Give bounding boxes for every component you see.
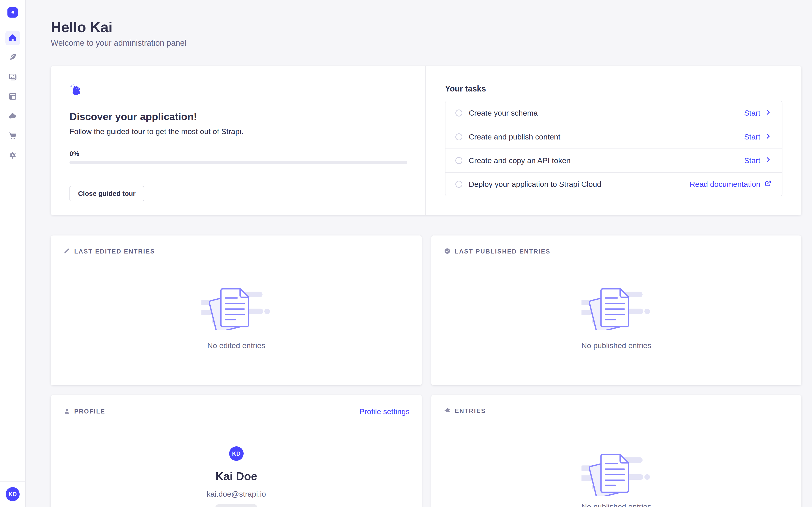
task-radio[interactable]: [455, 133, 462, 140]
tasks-heading: Your tasks: [445, 84, 782, 94]
close-guided-tour-button[interactable]: Close guided tour: [69, 186, 144, 201]
chevron-right-icon: [764, 132, 772, 142]
external-link-icon: [764, 179, 772, 189]
sidebar-item-cloud[interactable]: [5, 109, 20, 124]
media-library-icon: [8, 72, 17, 82]
task-radio[interactable]: [455, 157, 462, 164]
feather-icon: [8, 53, 17, 63]
sidebar-item-content-type-builder[interactable]: [5, 90, 20, 104]
entries-card: ENTRIES No published entries: [431, 395, 801, 507]
task-label: Create your schema: [469, 109, 538, 117]
marketplace-cart-icon: [8, 131, 17, 141]
task-read-documentation-link[interactable]: Read documentation: [690, 179, 772, 189]
empty-state: No edited entries: [51, 286, 422, 350]
sidebar-item-media-library[interactable]: [5, 70, 20, 84]
empty-state-caption: No published entries: [581, 502, 651, 507]
sidebar: KD: [0, 0, 26, 507]
documents-illustration: [201, 286, 271, 330]
sidebar-item-home[interactable]: [5, 31, 20, 45]
widget-header: LAST EDITED ENTRIES: [63, 248, 410, 255]
guided-tour-title: Discover your application!: [69, 111, 407, 123]
empty-state: No published entries: [431, 452, 801, 507]
profile-email: kai.doe@strapi.io: [207, 490, 266, 498]
task-action-label: Read documentation: [690, 180, 760, 188]
widget-header: PROFILE Profile settings: [63, 407, 410, 416]
task-action-label: Start: [744, 132, 760, 141]
strapi-logo[interactable]: [7, 7, 18, 17]
empty-state: No published entries: [431, 286, 801, 350]
profile-name: Kai Doe: [215, 470, 257, 483]
tasks-section: Your tasks Create your schema Start Crea…: [426, 66, 801, 215]
content-type-builder-icon: [8, 92, 17, 102]
task-label: Deploy your application to Strapi Cloud: [469, 180, 601, 188]
task-label: Create and publish content: [469, 132, 560, 141]
widget-title: LAST PUBLISHED ENTRIES: [455, 248, 551, 255]
guided-tour-description: Follow the guided tour to get the most o…: [69, 127, 407, 136]
guided-tour-card: Discover your application! Follow the gu…: [51, 66, 801, 215]
sidebar-divider-top: [0, 26, 25, 26]
task-start-link[interactable]: Start: [744, 108, 772, 118]
profile-settings-link[interactable]: Profile settings: [359, 407, 410, 416]
widget-header: LAST PUBLISHED ENTRIES: [444, 248, 789, 255]
documents-illustration: [581, 452, 651, 496]
widget-title: ENTRIES: [455, 408, 486, 414]
pencil-icon: [63, 248, 70, 255]
task-label: Create and copy an API token: [469, 156, 571, 165]
profile-role-badge: [215, 504, 258, 507]
widget-header: ENTRIES: [444, 407, 789, 415]
task-row-create-schema[interactable]: Create your schema Start: [446, 101, 782, 125]
sidebar-user-avatar[interactable]: KD: [6, 487, 19, 501]
cloud-icon: [8, 112, 17, 121]
last-edited-entries-card: LAST EDITED ENTRIES No edited entries: [51, 235, 422, 385]
user-icon: [63, 408, 70, 415]
home-icon: [8, 33, 17, 43]
tasks-list: Create your schema Start Create and publ…: [445, 101, 782, 196]
last-published-entries-card: LAST PUBLISHED ENTRIES No published entr…: [431, 235, 801, 385]
progress-bar: [69, 161, 407, 164]
profile-card: PROFILE Profile settings KD Kai Doe kai.…: [51, 395, 422, 507]
page-title: Hello Kai: [51, 19, 112, 36]
sidebar-divider-bottom: [0, 481, 25, 482]
empty-state-caption: No published entries: [581, 341, 651, 350]
chevron-right-icon: [764, 156, 772, 166]
sidebar-item-settings[interactable]: [5, 149, 20, 163]
task-radio[interactable]: [455, 110, 462, 116]
guided-tour-section: Discover your application! Follow the gu…: [51, 66, 426, 215]
task-action-label: Start: [744, 109, 760, 117]
task-row-api-token[interactable]: Create and copy an API token Start: [446, 149, 782, 172]
widget-title: PROFILE: [74, 408, 105, 415]
chevron-right-icon: [764, 108, 772, 118]
waving-hand-icon: [69, 84, 407, 99]
progress-percent-label: 0%: [69, 150, 407, 158]
task-start-link[interactable]: Start: [744, 156, 772, 166]
task-radio[interactable]: [455, 181, 462, 188]
puzzle-icon: [444, 407, 451, 415]
task-row-publish-content[interactable]: Create and publish content Start: [446, 125, 782, 149]
sidebar-item-content-manager[interactable]: [5, 51, 20, 65]
documents-illustration: [581, 286, 651, 330]
task-start-link[interactable]: Start: [744, 132, 772, 142]
profile-body: KD Kai Doe kai.doe@strapi.io: [51, 446, 422, 507]
empty-state-caption: No edited entries: [207, 341, 265, 350]
task-action-label: Start: [744, 156, 760, 165]
profile-avatar: KD: [229, 446, 244, 461]
task-row-deploy-cloud[interactable]: Deploy your application to Strapi Cloud …: [446, 172, 782, 196]
sidebar-nav: [5, 31, 20, 163]
check-circle-icon: [444, 248, 451, 255]
sidebar-item-marketplace[interactable]: [5, 129, 20, 143]
settings-gear-icon: [8, 151, 17, 161]
widget-title: LAST EDITED ENTRIES: [74, 248, 155, 255]
page-subtitle: Welcome to your administration panel: [51, 38, 187, 48]
